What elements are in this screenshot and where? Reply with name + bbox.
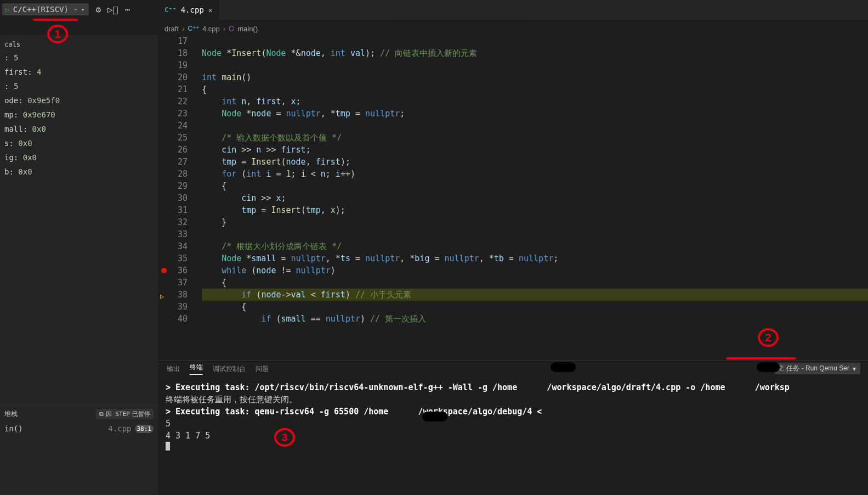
problems-tab[interactable]: 问题 (256, 364, 269, 374)
tab-filename: 4.cpp (181, 5, 204, 14)
frame-line-badge: 38:1 (135, 425, 154, 433)
local-variable-row[interactable]: b: 0x0 (0, 165, 158, 179)
terminal-selector[interactable]: 2: 任务 - Run Qemu Ser ▾ (775, 363, 860, 374)
local-variable-row[interactable]: : 5 (0, 79, 158, 93)
terminal-tab[interactable]: 终端 (190, 363, 203, 375)
local-variable-row[interactable]: ode: 0x9e5f0 (0, 93, 158, 108)
output-tab[interactable]: 输出 (167, 364, 180, 374)
breadcrumb-file: 4.cpp (202, 25, 220, 33)
code-editor[interactable]: 1718192021222324252627282930313233343536… (158, 35, 868, 360)
close-tab-button[interactable]: ✕ (208, 6, 213, 14)
locals-section-header[interactable]: cals (0, 38, 158, 50)
cpp-file-icon: C⁺⁺ (188, 25, 199, 32)
panel-tab-bar: 输出 终端 调试控制台 问题 2: 任务 - Run Qemu Ser ▾ (158, 361, 868, 377)
local-variable-row[interactable]: mall: 0x0 (0, 122, 158, 136)
breadcrumb-folder: draft (164, 25, 179, 33)
editor-tab-bar: C⁺⁺ 4.cpp ✕ (158, 0, 868, 20)
run-icon: ▷ (5, 5, 10, 14)
local-variable-row[interactable]: first: 4 (0, 65, 158, 79)
chevron-icon: › (223, 25, 225, 33)
chevron-down-icon: ▾ (853, 365, 856, 373)
terminal-selector-label: 2: 任务 - Run Qemu Ser (779, 364, 849, 373)
breadcrumb-symbol: main() (237, 25, 258, 33)
debug-console-tab[interactable]: 调试控制台 (213, 364, 246, 374)
local-variable-row[interactable]: mp: 0x9e670 (0, 108, 158, 122)
callstack-title[interactable]: 堆栈 (4, 409, 18, 419)
breadcrumb[interactable]: draft › C⁺⁺ 4.cpp › ⬡ main() (164, 22, 868, 35)
local-variable-row[interactable]: s: 0x0 (0, 136, 158, 150)
function-icon: ⬡ (229, 25, 234, 32)
frame-function: in() (4, 424, 23, 433)
callstack-panel: 堆栈 ⧉ 因 STEP 已暂停 in() 4.cpp 38:1 (0, 405, 158, 435)
pause-status-badge: ⧉ 因 STEP 已暂停 (96, 409, 154, 419)
bottom-panel: 输出 终端 调试控制台 问题 2: 任务 - Run Qemu Ser ▾ > … (158, 360, 868, 495)
stack-frame-row[interactable]: in() 4.cpp 38:1 (0, 423, 158, 435)
debug-config-label: C/C++(RISCV) - (13, 5, 78, 14)
local-variable-row[interactable]: ig: 0x0 (0, 150, 158, 165)
chevron-icon: › (182, 25, 184, 33)
settings-button[interactable]: ⚙ (95, 4, 101, 15)
debug-config-selector[interactable]: ▷ C/C++(RISCV) - ▾ (2, 3, 89, 15)
chevron-down-icon: ▾ (81, 6, 85, 13)
cpp-file-icon: C⁺⁺ (164, 6, 177, 14)
frame-file: 4.cpp (108, 424, 131, 433)
editor-tab[interactable]: C⁺⁺ 4.cpp ✕ (158, 0, 220, 20)
launch-json-button[interactable]: ▷⃞ (107, 4, 118, 15)
terminal-output[interactable]: > Executing task: /opt/riscv/bin/riscv64… (158, 377, 868, 495)
local-variable-row[interactable]: : 5 (0, 50, 158, 65)
more-menu-button[interactable]: ⋯ (124, 4, 130, 15)
variables-panel: cals : 5first: 4: 5ode: 0x9e5f0mp: 0x9e6… (0, 35, 158, 495)
